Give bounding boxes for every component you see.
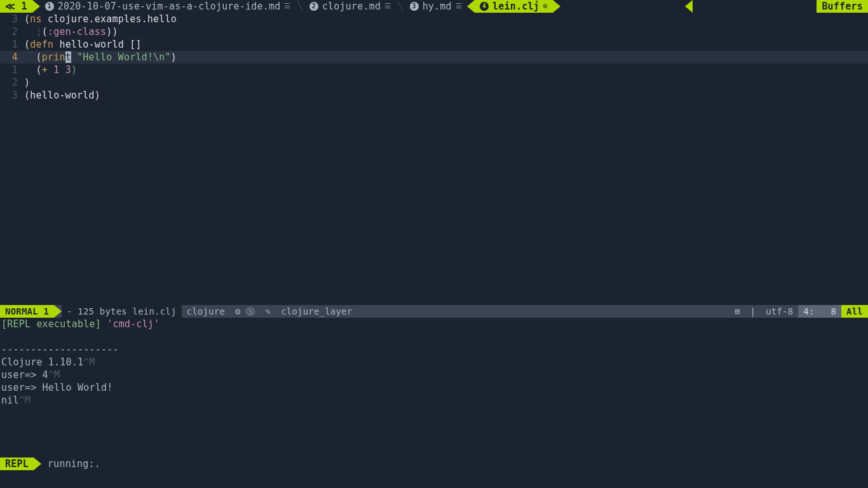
repl-line: Clojure 1.10.1^M: [1, 356, 867, 369]
mode-indicator: NORMAL 1: [0, 305, 54, 318]
tab-label: clojure.md: [322, 0, 381, 13]
repl-line: nil^M: [1, 394, 867, 407]
separator-icon: [32, 0, 40, 13]
tab-flag-icon: ☰: [456, 0, 462, 13]
separator-icon: [553, 0, 560, 13]
code-line[interactable]: 2 ¦(:gen-class)): [0, 25, 868, 38]
repl-status: running:.: [41, 458, 107, 470]
tab-counter: ≪ 1: [0, 0, 32, 13]
tab-label: hy.md: [423, 0, 452, 13]
repl-status-bar: REPL running:.: [0, 458, 868, 470]
tab-flag-icon: ⊜: [543, 0, 548, 13]
tab-number-icon: 1: [45, 2, 54, 11]
file-info: - 125 bytes lein.clj: [62, 305, 182, 318]
layer-icon: ✎: [260, 305, 276, 318]
tab-1[interactable]: 1 2020-10-07-use-vim-as-a-clojure-ide.md…: [40, 0, 296, 13]
tab-label: lein.clj: [492, 0, 539, 13]
code-line[interactable]: 4 (print "Hello World!\n"): [0, 51, 868, 64]
repl-line: user=> Hello World!: [1, 381, 867, 394]
tab-flag-icon: ☰: [284, 0, 290, 13]
filetype: clojure: [182, 305, 230, 318]
scroll-percent: All: [841, 305, 868, 318]
line-number: 1: [0, 64, 24, 76]
repl-line: [REPL executable] 'cmd-clj': [1, 318, 867, 330]
code-content: (+ 1 3): [24, 64, 77, 76]
code-content: ¦(:gen-class)): [24, 25, 118, 38]
line-number: 3: [0, 13, 24, 25]
code-content: (print "Hello World!\n"): [24, 51, 177, 64]
repl-label: REPL: [0, 458, 34, 470]
code-line[interactable]: 3(ns clojure.examples.hello: [0, 13, 868, 25]
tab-number-icon: 2: [309, 2, 318, 11]
tab-2[interactable]: 2 clojure.md ☰: [304, 0, 397, 13]
encoding: utf-8: [761, 305, 798, 318]
code-content: (hello-world): [24, 89, 100, 102]
tab-3[interactable]: 3 hy.md ☰: [405, 0, 467, 13]
tab-label: 2020-10-07-use-vim-as-a-clojure-ide.md: [58, 0, 281, 13]
separator: |: [745, 305, 761, 318]
line-number: 3: [0, 89, 24, 102]
repl-line: --------------------: [1, 343, 867, 356]
separator-icon: [467, 0, 475, 13]
separator-icon: [685, 0, 693, 13]
git-icon: ⚙ Ⓢ: [230, 305, 260, 318]
separator-icon: [54, 305, 62, 318]
repl-line: user=> 4^M: [1, 369, 867, 381]
code-line[interactable]: 1 (+ 1 3): [0, 64, 868, 76]
cursor-position: 4: 8: [798, 305, 841, 318]
line-number: 2: [0, 76, 24, 89]
separator-icon: ╲: [396, 0, 404, 13]
tab-bar: ≪ 1 1 2020-10-07-use-vim-as-a-clojure-id…: [0, 0, 868, 13]
layer-name: clojure_layer: [276, 305, 357, 318]
line-number: 2: [0, 25, 24, 38]
tab-4-active[interactable]: 4 lein.clj ⊜: [475, 0, 553, 13]
tab-number-icon: 3: [410, 2, 419, 11]
code-content: (defn hello-world []: [24, 38, 142, 51]
separator-icon: ╲: [296, 0, 304, 13]
repl-output[interactable]: [REPL executable] 'cmd-clj'-------------…: [0, 318, 868, 407]
tab-flag-icon: ☰: [384, 0, 391, 13]
line-number: 4: [0, 51, 24, 64]
separator-icon: [34, 458, 41, 470]
code-content: ): [24, 76, 30, 89]
line-number: 1: [0, 38, 24, 51]
code-line[interactable]: 1(defn hello-world []: [0, 38, 868, 51]
code-line[interactable]: 2): [0, 76, 868, 89]
repl-line: [1, 330, 867, 343]
buffers-button[interactable]: Buffers: [817, 0, 868, 13]
os-icon: ⊞: [729, 305, 745, 318]
code-content: (ns clojure.examples.hello: [24, 13, 177, 25]
tab-number-icon: 4: [480, 2, 489, 11]
code-editor[interactable]: 3(ns clojure.examples.hello2 ¦(:gen-clas…: [0, 13, 868, 102]
code-line[interactable]: 3(hello-world): [0, 89, 868, 102]
status-line: NORMAL 1 - 125 bytes lein.clj clojure ⚙ …: [0, 305, 868, 318]
